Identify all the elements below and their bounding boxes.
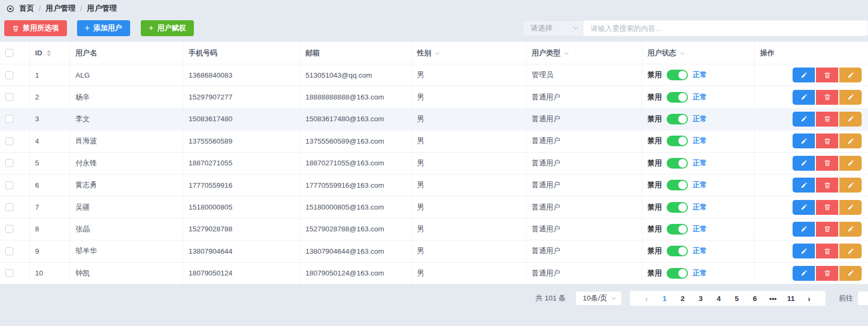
trash-icon [824, 115, 831, 122]
edit-button[interactable] [793, 112, 815, 127]
status-toggle[interactable] [667, 92, 688, 103]
row-checkbox-cell [0, 153, 30, 174]
secondary-edit-button[interactable] [839, 222, 862, 237]
status-on-label: 正常 [693, 246, 707, 256]
status-toggle[interactable] [667, 268, 688, 279]
secondary-edit-button[interactable] [839, 68, 862, 82]
table-row: 4 肖海波 13755560589 13755560589@163.com 男 … [0, 130, 868, 152]
edit-button[interactable] [793, 200, 815, 215]
cell-username: 黄志勇 [70, 174, 183, 196]
edit-button[interactable] [793, 222, 815, 237]
status-off-label: 禁用 [648, 158, 662, 168]
edit-button[interactable] [793, 266, 815, 281]
secondary-edit-button[interactable] [839, 156, 862, 171]
row-checkbox[interactable] [5, 159, 13, 167]
delete-button[interactable] [816, 266, 838, 281]
chevron-down-icon[interactable] [680, 50, 684, 54]
column-header-usertype[interactable]: 用户类型 [526, 42, 642, 64]
pager-next-button[interactable]: › [800, 294, 818, 303]
delete-button[interactable] [816, 112, 838, 127]
secondary-edit-button[interactable] [839, 112, 862, 127]
chevron-down-icon[interactable] [564, 50, 568, 54]
sort-carets-icon[interactable] [47, 50, 51, 56]
goto-page-input[interactable] [857, 291, 868, 306]
secondary-edit-button[interactable] [839, 266, 862, 281]
table-header-row: ID 用户名 手机号码 邮箱 性别 用户类型 用户状态 操作 [0, 42, 868, 64]
status-toggle[interactable] [667, 180, 688, 190]
cell-id: 10 [30, 263, 70, 284]
chevron-down-icon[interactable] [435, 50, 439, 54]
column-header-actions: 操作 [755, 42, 868, 64]
secondary-edit-button[interactable] [839, 178, 862, 193]
grant-user-button[interactable]: + 用户赋权 [141, 20, 194, 36]
row-checkbox[interactable] [5, 269, 13, 277]
pager-page-1[interactable]: 1 [656, 295, 674, 303]
delete-button[interactable] [816, 244, 838, 258]
status-toggle[interactable] [667, 202, 688, 213]
edit-button[interactable] [793, 133, 815, 148]
status-toggle[interactable] [667, 114, 688, 124]
column-header-id[interactable]: ID [30, 42, 70, 64]
pager-page-4[interactable]: 4 [710, 295, 728, 303]
table-row: 1 ALG 13686840083 513051043@qq.com 男 管理员… [0, 64, 868, 86]
breadcrumb-item-user-mgmt[interactable]: 用户管理 [46, 4, 75, 13]
delete-button[interactable] [816, 222, 838, 237]
column-header-status[interactable]: 用户状态 [642, 42, 755, 64]
status-on-label: 正常 [693, 158, 707, 168]
cell-usertype: 普通用户 [526, 196, 642, 218]
row-checkbox[interactable] [5, 71, 13, 79]
disable-selected-button[interactable]: 禁用所选项 [4, 20, 67, 36]
delete-button[interactable] [816, 200, 838, 215]
pager-prev-button[interactable]: ‹ [637, 294, 656, 303]
row-checkbox[interactable] [5, 115, 13, 123]
row-checkbox[interactable] [5, 137, 13, 145]
status-toggle[interactable] [667, 246, 688, 256]
edit-button[interactable] [793, 156, 815, 171]
status-toggle[interactable] [667, 70, 688, 80]
edit-button[interactable] [793, 68, 815, 82]
pager-page-5[interactable]: 5 [728, 295, 746, 303]
page-size-select[interactable]: 10条/页 [575, 291, 622, 306]
column-header-label: 用户名 [75, 48, 97, 58]
select-all-checkbox[interactable] [5, 49, 13, 57]
status-toggle[interactable] [667, 136, 688, 146]
search-input[interactable] [583, 20, 868, 36]
cell-status: 禁用 正常 [642, 86, 755, 107]
edit-button[interactable] [793, 244, 815, 258]
delete-button[interactable] [816, 90, 838, 105]
secondary-edit-button[interactable] [839, 90, 862, 105]
status-toggle[interactable] [667, 158, 688, 169]
pager-page-3[interactable]: 3 [692, 295, 710, 303]
column-header-label: 邮箱 [305, 48, 320, 58]
pencil-icon [847, 270, 854, 277]
row-checkbox[interactable] [5, 93, 13, 101]
pencil-icon [847, 248, 854, 255]
pager-more-icon[interactable]: ••• [764, 295, 782, 303]
cell-status: 禁用 正常 [642, 153, 755, 174]
status-on-label: 正常 [693, 180, 707, 190]
pager-page-6[interactable]: 6 [746, 295, 764, 303]
row-checkbox[interactable] [5, 203, 13, 211]
add-user-button[interactable]: + 添加用户 [77, 20, 130, 36]
delete-button[interactable] [816, 178, 838, 193]
cell-actions [755, 219, 868, 240]
cell-gender: 男 [412, 108, 526, 130]
secondary-edit-button[interactable] [839, 133, 862, 148]
row-checkbox[interactable] [5, 247, 13, 255]
search-field-select[interactable]: 请选择 [523, 20, 583, 36]
edit-button[interactable] [793, 178, 815, 193]
row-checkbox[interactable] [5, 225, 13, 233]
column-header-gender[interactable]: 性别 [412, 42, 526, 64]
delete-button[interactable] [816, 156, 838, 171]
secondary-edit-button[interactable] [839, 244, 862, 258]
delete-button[interactable] [816, 133, 838, 148]
cell-username: 邬羊华 [70, 240, 183, 262]
row-checkbox[interactable] [5, 181, 13, 189]
breadcrumb-item-home[interactable]: 首页 [19, 4, 34, 13]
pager-page-2[interactable]: 2 [674, 295, 692, 303]
edit-button[interactable] [793, 90, 815, 105]
pager-page-11[interactable]: 11 [782, 295, 800, 303]
secondary-edit-button[interactable] [839, 200, 862, 215]
delete-button[interactable] [816, 68, 838, 82]
status-toggle[interactable] [667, 224, 688, 235]
